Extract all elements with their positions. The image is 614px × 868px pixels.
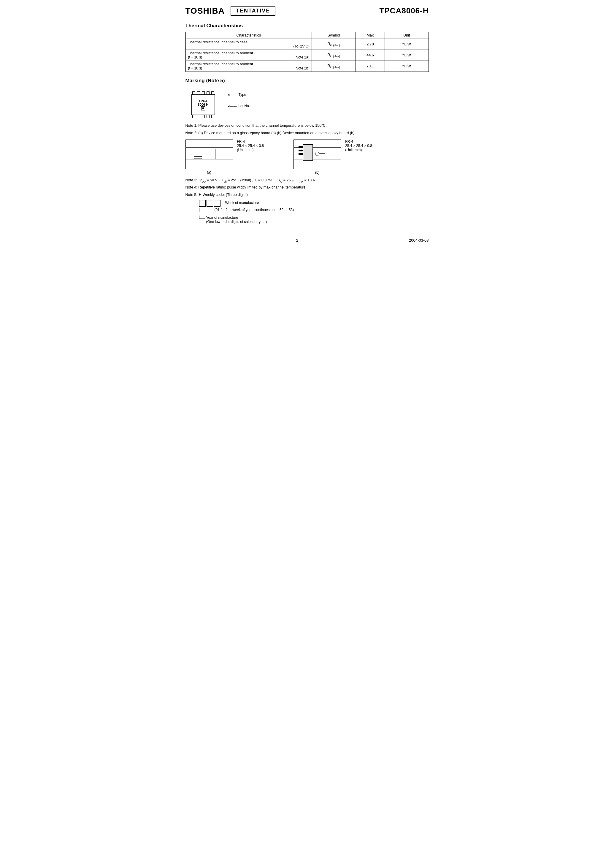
char-note-1: (Tc=25°C) xyxy=(188,44,310,48)
char-cell-2: Thermal resistance, channel to ambient (… xyxy=(186,50,312,61)
note2-header: Note 2: (a) Device mounted on a glass-ep… xyxy=(186,130,429,136)
lot-area: ✱ xyxy=(201,106,206,110)
tentative-badge: TENTATIVE xyxy=(231,6,275,16)
table-row: Thermal resistance, channel to case (Tc=… xyxy=(186,39,428,50)
char-note-2: (t = 10 s) (Note 2a) xyxy=(188,55,310,59)
pin-top xyxy=(202,92,205,95)
char-cell-1: Thermal resistance, channel to case (Tc=… xyxy=(186,39,312,50)
marking-diagram: TPCA 8006-H ✱ ◄—— Type xyxy=(191,89,429,118)
note4: Note 4: Repetitive rating: pulse width l… xyxy=(186,185,429,190)
col-header-max: Max xyxy=(355,32,385,39)
week-box-2 xyxy=(206,200,213,207)
pin-top xyxy=(211,92,214,95)
type-label: Type xyxy=(238,93,246,97)
pin-bottom xyxy=(197,115,200,118)
week-detail: (01 for first week of year, continues up… xyxy=(214,208,429,212)
page-header: TOSHIBA TENTATIVE TPCA8006-H xyxy=(186,6,429,16)
thermal-table: Characteristics Symbol Max Unit Thermal … xyxy=(186,32,429,72)
note3: Note 3: VDD = 50 V , Tch = 25°C (initial… xyxy=(186,178,429,183)
weekly-boxes xyxy=(199,200,220,207)
marking-section: Marking (Note 5) TPCA 8006-H ✱ xyxy=(186,78,429,118)
footer-date: 2004-03-08 xyxy=(409,238,429,242)
pin-bottom xyxy=(192,115,195,118)
max-cell-3: 78.1 xyxy=(355,61,385,72)
col-header-characteristics: Characteristics xyxy=(186,32,312,39)
board-a-drawing xyxy=(186,140,233,169)
pin-top xyxy=(192,92,195,95)
board-a-item: FR-4 25.4 × 25.4 × 0.8 (Unit: mm) (a) xyxy=(186,140,264,175)
board-b-label: (b) xyxy=(293,171,341,175)
table-row: Thermal resistance, channel to ambient (… xyxy=(186,50,428,61)
pin-top xyxy=(206,92,209,95)
unit-cell-1: °C/W xyxy=(385,39,428,50)
board-b-drawing xyxy=(293,140,341,169)
unit-cell-2: °C/W xyxy=(385,50,428,61)
marking-section-title: Marking (Note 5) xyxy=(186,78,429,84)
unit-cell-3: °C/W xyxy=(385,61,428,72)
page-footer: 2 2004-03-08 xyxy=(186,236,429,242)
pin-bottom xyxy=(211,115,214,118)
week-of-manufacture-label: Week of manufacture xyxy=(225,201,259,205)
toshiba-logo: TOSHIBA xyxy=(186,6,225,16)
marking-line1: TPCA xyxy=(199,99,208,103)
ic-body: TPCA 8006-H ✱ xyxy=(191,95,215,115)
pin-top xyxy=(197,92,200,95)
char-cell-3: Thermal resistance, channel to ambient (… xyxy=(186,61,312,72)
symbol-cell-2: Rth (ch-a) xyxy=(312,50,355,61)
board-b-spec: FR-4 25.4 × 25.4 × 0.8 (Unit: mm) xyxy=(345,140,372,152)
year-bracket: Year of manufacture (One low-order digit… xyxy=(199,216,429,224)
symbol-cell-3: Rth (ch-a) xyxy=(312,61,355,72)
table-row: Thermal resistance, channel to ambient (… xyxy=(186,61,428,72)
board-a-spec: FR-4 25.4 × 25.4 × 0.8 (Unit: mm) xyxy=(237,140,264,152)
weekly-code-diagram: Week of manufacture (01 for first week o… xyxy=(194,200,429,224)
part-number: TPCA8006-H xyxy=(379,6,428,16)
col-header-unit: Unit xyxy=(385,32,428,39)
lot-label: Lot No. xyxy=(238,104,250,108)
pin-bottom xyxy=(202,115,205,118)
type-label-row: ◄—— Type xyxy=(227,93,250,97)
page-number: 2 xyxy=(296,238,298,242)
note1: Note 1: Please use devices on condition … xyxy=(186,123,429,129)
lot-label-row: ◄—— Lot No. xyxy=(227,104,250,108)
max-cell-1: 2.78 xyxy=(355,39,385,50)
year-detail: (One low-order digits of calendar year) xyxy=(206,220,429,224)
week-box-3 xyxy=(214,200,220,207)
char-note-3: (t = 10 s) (Note 2b) xyxy=(188,66,310,70)
note5: Note 5: ✱ Weekly code: (Three digits) xyxy=(186,192,429,198)
marking-line2: 8006-H xyxy=(198,103,208,106)
max-cell-2: 44.6 xyxy=(355,50,385,61)
col-header-symbol: Symbol xyxy=(312,32,355,39)
year-of-manufacture-label: Year of manufacture xyxy=(206,216,429,220)
marking-labels: ◄—— Type ◄—— Lot No. xyxy=(227,93,250,108)
weekly-bracket: (01 for first week of year, continues up… xyxy=(199,208,429,212)
symbol-cell-1: Rth (ch-c) xyxy=(312,39,355,50)
board-b-item: FR-4 25.4 × 25.4 × 0.8 (Unit: mm) (b) xyxy=(293,140,372,175)
thermal-section: Thermal Characteristics Characteristics … xyxy=(186,23,429,72)
notes-section: Note 1: Please use devices on condition … xyxy=(186,123,429,224)
pin-bottom xyxy=(206,115,209,118)
thermal-section-title: Thermal Characteristics xyxy=(186,23,429,29)
board-a-label: (a) xyxy=(186,171,233,175)
week-box-1 xyxy=(199,200,206,207)
board-diagrams: FR-4 25.4 × 25.4 × 0.8 (Unit: mm) (a) xyxy=(186,140,429,175)
